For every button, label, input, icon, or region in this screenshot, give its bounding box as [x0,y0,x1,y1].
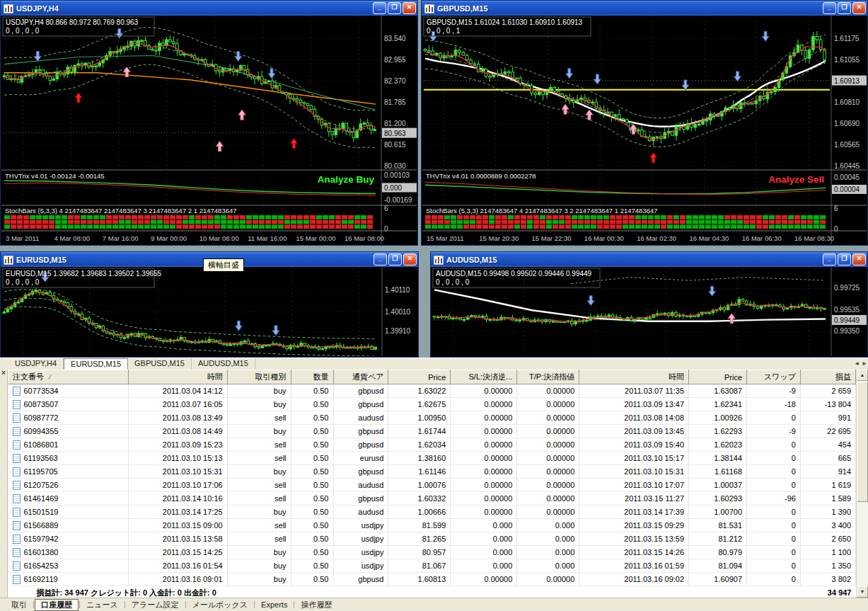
column-header-7[interactable]: T/P:決済指値 [517,370,579,384]
svg-text:16 Mar 08:00: 16 Mar 08:00 [345,234,384,242]
column-header-4[interactable]: 通貨ペア [333,370,388,384]
order-cell: 61461469 [8,492,129,506]
cell: 0.000 [517,519,579,532]
document-icon [13,400,21,409]
cell: 2011.03.08 13:49 [128,411,227,425]
terminal-tab-2[interactable]: ニュース [81,600,124,610]
tab-separator [33,601,34,608]
terminal-close-button[interactable]: × [0,370,7,377]
tab-scroll-right-icon[interactable]: ► [862,360,867,367]
history-row[interactable]: 607735342011.03.04 14:12buy0.50gbpusd1.6… [8,384,856,398]
maximize-button[interactable]: ❐ [388,253,402,265]
column-header-6[interactable]: S/L:決済逆... [451,370,517,384]
chart-icon [4,4,13,13]
svg-text:0.00103: 0.00103 [384,171,410,179]
history-row[interactable]: 609877722011.03.08 13:49sell0.50audusd1.… [8,411,856,425]
history-row[interactable]: 611935632011.03.10 15:13sell0.50eurusd1.… [8,452,856,465]
cell: sell [227,519,291,532]
scroll-down-icon[interactable]: ▼ [857,586,868,598]
maximize-button[interactable]: ❐ [388,2,401,14]
column-header-10[interactable]: スワップ [747,370,801,384]
terminal-tab-1[interactable]: 口座履歴 [35,599,79,611]
history-row[interactable]: 610868012011.03.09 15:23sell0.50gbpusd1.… [8,438,856,452]
close-button[interactable]: ✕ [852,253,866,265]
maximize-button[interactable]: ❐ [838,253,851,265]
column-header-11[interactable]: 損益 [800,370,855,384]
history-row[interactable]: 608735072011.03.07 16:05buy0.50gbpusd1.6… [8,398,856,411]
history-row[interactable]: 616013802011.03.15 14:25buy0.50usdjpy80.… [8,546,856,559]
cell: 2011.03.07 16:05 [128,398,227,411]
cell: gbpusd [333,425,388,438]
column-header-8[interactable]: 時間 [579,370,689,384]
column-header-0[interactable]: 注文番号∕ [8,370,129,384]
close-button[interactable]: ✕ [403,253,417,265]
close-button[interactable]: ✕ [403,2,416,14]
cell: 80.957 [388,546,451,559]
tab-separator [294,601,294,608]
history-row[interactable]: 614614692011.03.14 10:16sell0.50gbpusd1.… [8,492,856,506]
column-header-label: スワップ [764,372,796,381]
chart-tab-audusd-m15[interactable]: AUDUSD,M15 [192,358,255,370]
chart-tab-usdjpy-h4[interactable]: USDJPY,H4 [8,358,64,370]
chart-tab-gbpusd-m15[interactable]: GBPUSD,M15 [128,358,192,370]
scrollbar-thumb[interactable] [857,382,868,502]
document-icon [13,521,21,530]
cell: 0.50 [291,479,333,492]
scroll-up-icon[interactable]: ▲ [857,370,868,381]
minimize-button[interactable]: _ [823,253,836,265]
titlebar-gbpusd[interactable]: GBPUSD,M15 _ ❐ ✕ [422,1,867,16]
history-row[interactable]: 609943552011.03.08 14:49buy0.50gbpusd1.6… [8,425,856,438]
svg-text:THVTrix v4.01 -0.00124 -0.0014: THVTrix v4.01 -0.00124 -0.00145 [5,172,105,180]
column-header-3[interactable]: 数量 [291,370,333,384]
minimize-button[interactable]: _ [374,253,387,265]
terminal-tab-0[interactable]: 取引 [6,600,33,610]
terminal-tab-6[interactable]: 操作履歴 [295,600,337,610]
column-header-label: 取引種別 [255,372,287,381]
titlebar-usdjpy[interactable]: USDJPY,H4 _ ❐ ✕ [1,1,417,16]
chart-canvas-audusd[interactable]: 0.997250.995350.993500.99449AUDUSD,M15 0… [432,267,867,356]
svg-text:1.60913: 1.60913 [834,77,860,85]
terminal-tab-3[interactable]: アラーム設定 [126,600,185,610]
cell: 0.000 [517,532,579,546]
cell: 2011.03.15 13:58 [128,532,227,546]
history-row[interactable]: 615015192011.03.14 17:25buy0.50audusd1.0… [8,506,856,519]
maximize-button[interactable]: ❐ [838,2,851,14]
history-row[interactable]: 616542532011.03.16 01:54buy0.50usdjpy81.… [8,559,856,573]
cell: 0.50 [291,559,333,573]
cell: 0.50 [291,573,333,586]
svg-text:1.60445: 1.60445 [834,162,860,170]
history-row[interactable]: 615979422011.03.15 13:58sell0.50usdjpy81… [8,532,856,546]
cell: 1.62034 [388,438,451,452]
column-header-9[interactable]: Price [689,370,747,384]
chart-canvas-usdjpy[interactable]: 83.54082.95582.37081.78581.20080.61580.0… [1,16,417,244]
svg-text:16 Mar 06:30: 16 Mar 06:30 [742,234,782,242]
order-number: 60994355 [24,425,59,438]
cell: 81.599 [388,519,451,532]
history-row[interactable]: 615668892011.03.15 09:00sell0.50usdjpy81… [8,519,856,532]
tab-scroll-left-icon[interactable]: ◄ [854,360,860,367]
terminal-tab-4[interactable]: メールボックス [187,600,254,610]
history-row[interactable]: 611957052011.03.10 15:31buy0.50gbpusd1.6… [8,465,856,479]
history-row[interactable]: 612075262011.03.10 17:06sell0.50audusd1.… [8,479,856,492]
history-row[interactable]: 616921192011.03.16 09:01buy0.50gbpusd1.6… [8,573,856,586]
titlebar-audusd[interactable]: AUDUSD,M15 _ ❐ ✕ [431,252,867,267]
chart-tab-eurusd-m15[interactable]: EURUSD,M15 [64,358,128,370]
close-button[interactable]: ✕ [852,2,866,14]
minimize-button[interactable]: _ [373,2,386,14]
column-header-1[interactable]: 時間 [128,370,227,384]
svg-text:StochBars (5,3,3) 2147483647 4: StochBars (5,3,3) 2147483647 4 214748364… [426,207,658,215]
minimize-button[interactable]: _ [823,2,836,14]
terminal-tab-bar: 取引口座履歴ニュースアラーム設定メールボックスExperts操作履歴 [0,598,868,611]
svg-text:1.40110: 1.40110 [385,286,410,294]
cell: buy [227,546,291,559]
column-header-5[interactable]: Price [388,370,451,384]
order-number: 61461469 [24,492,59,505]
cell: 0.50 [291,452,333,465]
chart-canvas-gbpusd[interactable]: 1.611751.610551.608101.606901.605651.604… [422,16,867,244]
cell: 2011.03.14 17:39 [579,506,689,519]
terminal-tab-5[interactable]: Experts [255,600,293,609]
cell: 2011.03.16 01:54 [128,559,227,573]
column-header-2[interactable]: 取引種別 [227,370,291,384]
table-scrollbar[interactable]: ▲ ▼ [856,370,868,598]
chart-canvas-eurusd[interactable]: 1.401101.400101.39910EURUSD,M15 1.39682 … [1,267,417,356]
